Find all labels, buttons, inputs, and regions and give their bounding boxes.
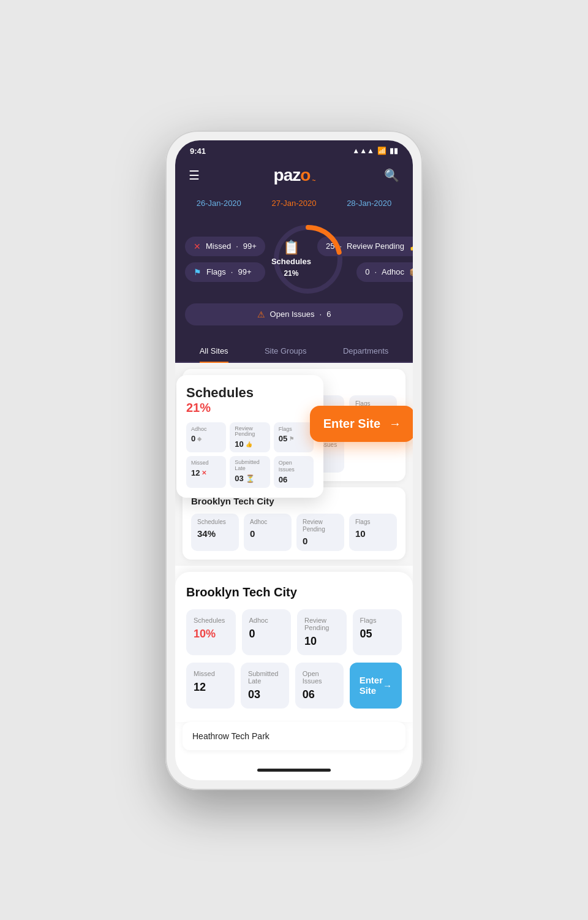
date-next[interactable]: 28-Jan-2020	[347, 199, 391, 208]
bottom-section: Brooklyn Tech City Schedules 10% Adhoc 0…	[175, 572, 413, 722]
tooltip-missed-label: Missed	[191, 460, 221, 466]
tooltip-missed-value: 12 ✕	[191, 468, 221, 477]
circle-label: Schedules	[271, 257, 311, 266]
stack-icon-tooltip: ◈	[197, 436, 202, 442]
heathrow-bar[interactable]: Heathrow Tech Park	[183, 722, 405, 750]
bottom-adhoc-label: Adhoc	[249, 617, 284, 624]
x-icon-tooltip: ✕	[202, 470, 206, 476]
missed-pill[interactable]: ✕ Missed · 99+	[185, 237, 265, 256]
second-stat-adhoc-label: Adhoc	[250, 519, 285, 526]
date-prev[interactable]: 26-Jan-2020	[197, 199, 241, 208]
tooltip-open-issues-label: Open Issues	[279, 460, 309, 473]
second-site-card: Brooklyn Tech City Schedules 34% Adhoc 0	[183, 487, 405, 560]
missed-label: Missed	[206, 241, 231, 251]
second-stat-flags: Flags 10	[349, 514, 397, 551]
thumb-icon: 👍	[409, 241, 413, 251]
dashboard: ✕ Missed · 99+ ⚑ Flags · 99+	[175, 215, 413, 338]
status-time: 9:41	[190, 146, 206, 156]
bottom-grid-row2: Missed 12 Submitted Late 03 Open Issues …	[186, 663, 402, 709]
tooltip-adhoc-label: Adhoc	[191, 426, 221, 433]
tooltip-grid-row2: Missed 12 ✕ Submitted Late 03 ⏳	[186, 456, 314, 488]
open-issues-bar[interactable]: ⚠ Open Issues · 6	[185, 303, 403, 325]
enter-site-bottom-arrow: →	[383, 680, 392, 691]
app-logo: pazo ~	[274, 165, 311, 185]
schedule-list-icon: 📋	[271, 240, 311, 256]
bottom-open-issues-value: 06	[303, 688, 336, 701]
tooltip-open-issues: Open Issues 06	[274, 456, 314, 488]
flags-label: Flags	[206, 267, 226, 276]
bottom-schedules-value: 10%	[194, 628, 228, 641]
circle-content: 📋 Schedules 21%	[271, 240, 311, 279]
bottom-review-label: Review Pending	[304, 617, 339, 631]
bottom-missed: Missed 12	[186, 663, 235, 709]
bottom-adhoc-value: 0	[249, 628, 284, 641]
bottom-flags: Flags 05	[353, 609, 402, 655]
tab-site-groups[interactable]: Site Groups	[265, 346, 307, 362]
search-nav-icon[interactable]: 🔍	[384, 168, 399, 183]
bottom-missed-label: Missed	[194, 670, 227, 677]
second-stat-review-label: Review Pending	[303, 519, 338, 533]
missed-dot: ·	[236, 241, 238, 251]
tooltip-review: Review Pending 10 👍	[230, 422, 270, 453]
tooltip-submitted-late-value: 03 ⏳	[235, 474, 265, 483]
warn-icon: ⚠	[257, 310, 265, 319]
second-stat-review-value: 0	[303, 536, 338, 546]
date-active[interactable]: 27-Jan-2020	[271, 199, 316, 208]
second-stat-schedules: Schedules 34%	[191, 514, 239, 551]
tooltip-flags: Flags 05 ⚑	[274, 422, 314, 453]
x-icon: ✕	[194, 241, 201, 251]
dashboard-stats-row: ✕ Missed · 99+ ⚑ Flags · 99+	[185, 222, 403, 296]
home-bar	[257, 769, 331, 772]
tooltip-missed: Missed 12 ✕	[186, 456, 226, 488]
second-stat-flags-label: Flags	[355, 519, 391, 526]
menu-icon[interactable]: ☰	[189, 168, 200, 183]
review-label: Review Pending	[347, 241, 404, 251]
bottom-schedules: Schedules 10%	[186, 609, 236, 655]
dashboard-left: ✕ Missed · 99+ ⚑ Flags · 99+	[185, 237, 265, 282]
tab-departments[interactable]: Departments	[343, 346, 388, 362]
flag-icon-tooltip: ⚑	[289, 436, 294, 442]
bottom-flags-value: 05	[360, 628, 395, 641]
thumb-icon-tooltip: 👍	[246, 441, 252, 447]
home-indicator	[175, 762, 413, 780]
tooltip-adhoc: Adhoc 0 ◈	[186, 422, 226, 453]
adhoc-pill[interactable]: 0 · Adhoc 📦	[356, 262, 413, 282]
bottom-missed-value: 12	[194, 681, 227, 694]
tab-all-sites[interactable]: All Sites	[200, 346, 228, 362]
flags-pill[interactable]: ⚑ Flags · 99+	[185, 262, 265, 282]
second-stat-schedules-value: 34%	[197, 528, 233, 539]
bottom-grid-row1: Schedules 10% Adhoc 0 Review Pending 10 …	[186, 609, 402, 655]
open-issues-value: 6	[326, 310, 331, 319]
adhoc-label: Adhoc	[382, 267, 404, 276]
tooltip-review-label: Review Pending	[235, 426, 265, 438]
phone-screen: 9:41 ▲▲▲ 📶 ▮▮ ☰ pazo ~ 🔍 26-Jan-2020 27-…	[175, 140, 413, 780]
flags-value: 99+	[238, 267, 251, 276]
signal-icon: ▲▲▲	[352, 146, 374, 155]
second-card-stats: Schedules 34% Adhoc 0 Review Pending	[191, 514, 397, 551]
bottom-flags-label: Flags	[360, 617, 395, 624]
tooltip-card: Schedules 21% Adhoc 0 ◈ Review Pending	[176, 375, 323, 498]
open-issues-label: Open Issues	[270, 310, 315, 319]
content-area: Belly Tech City Schedules 21% 📋 Adhoc	[175, 363, 413, 566]
tooltip-adhoc-value: 0 ◈	[191, 434, 221, 443]
tooltip-review-value: 10 👍	[235, 439, 265, 449]
heathrow-title: Heathrow Tech Park	[192, 731, 270, 741]
bottom-adhoc: Adhoc 0	[242, 609, 292, 655]
open-issues-dot: ·	[320, 310, 322, 319]
tooltip-submitted-late-label: Submitted Late	[235, 460, 265, 472]
tooltip-grid-row1: Adhoc 0 ◈ Review Pending 10 👍	[186, 422, 314, 453]
bottom-submitted-late-value: 03	[248, 688, 282, 701]
battery-icon: ▮▮	[390, 146, 398, 155]
tooltip-submitted-late: Submitted Late 03 ⏳	[230, 456, 270, 488]
bottom-title: Brooklyn Tech City	[186, 585, 402, 599]
enter-site-overlay-button[interactable]: Enter Site →	[310, 406, 413, 442]
bottom-schedules-label: Schedules	[194, 617, 228, 624]
second-stat-flags-value: 10	[355, 528, 391, 539]
tooltip-open-issues-value: 06	[279, 475, 309, 484]
stack-icon: 📦	[409, 267, 413, 277]
enter-site-bottom-button[interactable]: Enter Site →	[350, 663, 402, 709]
bottom-submitted-late: Submitted Late 03	[241, 663, 289, 709]
second-stat-schedules-label: Schedules	[197, 519, 233, 526]
hourglass-icon-tooltip: ⏳	[246, 474, 255, 483]
schedules-circle[interactable]: 📋 Schedules 21%	[271, 222, 311, 296]
